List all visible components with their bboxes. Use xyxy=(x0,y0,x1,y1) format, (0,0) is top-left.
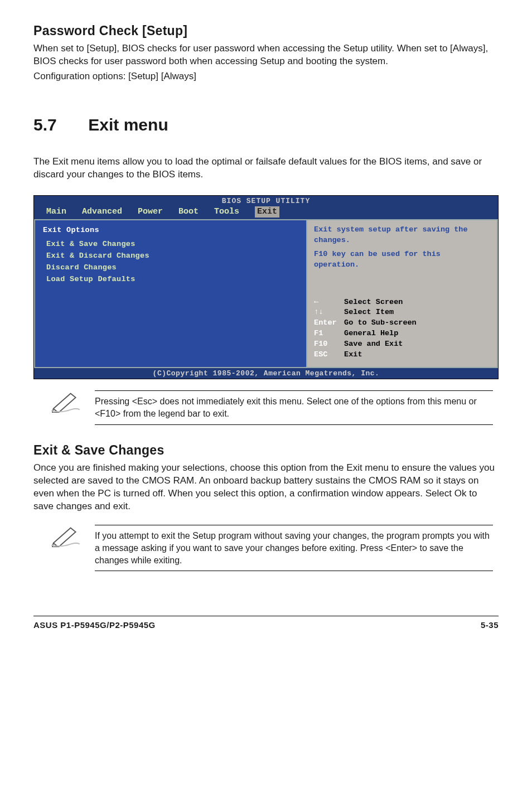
bios-item-load-defaults: Load Setup Defaults xyxy=(46,274,298,286)
bios-tab-exit: Exit xyxy=(255,206,279,218)
bios-exit-options-heading: Exit Options xyxy=(43,225,298,236)
bios-legend: ←Select Screen ↑↓Select Item EnterGo to … xyxy=(314,297,490,360)
pwd-check-config: Configuration options: [Setup] [Always] xyxy=(33,70,499,83)
bios-help-text-2: F10 key can be used for this operation. xyxy=(314,249,490,270)
bios-utility-title: BIOS SETUP UTILITY xyxy=(34,196,498,206)
section-intro: The Exit menu items allow you to load th… xyxy=(33,156,499,181)
note-block-1: Pressing <Esc> does not immediately exit… xyxy=(50,390,493,424)
bios-tab-power: Power xyxy=(138,206,163,218)
note-1-text: Pressing <Esc> does not immediately exit… xyxy=(95,390,493,424)
bios-left-pane: Exit Options Exit & Save Changes Exit & … xyxy=(34,219,307,368)
bios-copyright: (C)Copyright 1985-2002, American Megatre… xyxy=(34,368,498,379)
page-footer: ASUS P1-P5945G/P2-P5945G 5-35 xyxy=(33,616,499,631)
bios-legend-txt-3: General Help xyxy=(344,329,398,337)
bios-tab-tools: Tools xyxy=(214,206,239,218)
section-number: 5.7 xyxy=(33,114,84,137)
section-title: Exit menu xyxy=(88,115,168,134)
bios-legend-key-left: ← xyxy=(314,297,344,308)
bios-legend-txt-4: Save and Exit xyxy=(344,340,403,348)
footer-product: ASUS P1-P5945G/P2-P5945G xyxy=(33,620,156,631)
pencil-note-icon xyxy=(50,525,81,547)
pencil-note-icon xyxy=(50,390,81,413)
bios-tab-advanced: Advanced xyxy=(82,206,122,218)
bios-legend-txt-1: Select Item xyxy=(344,308,394,316)
bios-legend-key-f10: F10 xyxy=(314,339,344,350)
section-heading: 5.7 Exit menu xyxy=(33,114,499,137)
bios-legend-txt-2: Go to Sub-screen xyxy=(344,318,417,327)
bios-legend-key-updown: ↑↓ xyxy=(314,307,344,318)
exit-save-heading: Exit & Save Changes xyxy=(33,442,499,459)
bios-legend-key-f1: F1 xyxy=(314,328,344,339)
bios-tab-main: Main xyxy=(46,206,66,218)
bios-tab-bar: Main Advanced Power Boot Tools Exit xyxy=(34,206,498,219)
pwd-check-paragraph: When set to [Setup], BIOS checks for use… xyxy=(33,42,499,68)
note-block-2: If you attempt to exit the Setup program… xyxy=(50,525,493,571)
footer-page-number: 5-35 xyxy=(481,620,499,631)
bios-right-pane: Exit system setup after saving the chang… xyxy=(307,219,498,368)
bios-screenshot: BIOS SETUP UTILITY Main Advanced Power B… xyxy=(33,195,499,379)
exit-save-paragraph: Once you are finished making your select… xyxy=(33,462,499,513)
bios-legend-txt-0: Select Screen xyxy=(344,298,403,306)
bios-legend-key-esc: ESC xyxy=(314,350,344,360)
bios-legend-txt-5: Exit xyxy=(344,350,362,359)
pwd-check-heading: Password Check [Setup] xyxy=(33,22,499,40)
bios-help-text-1: Exit system setup after saving the chang… xyxy=(314,225,490,246)
bios-item-exit-save: Exit & Save Changes xyxy=(46,239,298,250)
note-2-text: If you attempt to exit the Setup program… xyxy=(95,525,493,571)
bios-tab-boot: Boot xyxy=(178,206,199,218)
bios-item-exit-discard: Exit & Discard Changes xyxy=(46,250,298,262)
bios-item-discard: Discard Changes xyxy=(46,262,298,274)
bios-legend-key-enter: Enter xyxy=(314,318,344,328)
